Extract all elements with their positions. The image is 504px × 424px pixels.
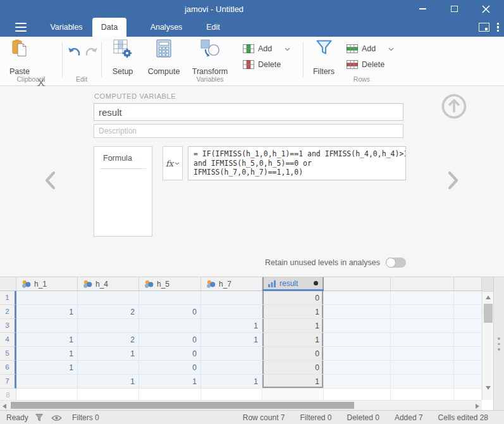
collapse-panel-button[interactable] [440, 92, 468, 120]
cell-empty[interactable] [391, 347, 454, 361]
row-number[interactable]: 2 [0, 305, 16, 319]
cell-h_1-row6[interactable]: 1 [16, 361, 78, 375]
variable-name-input[interactable] [94, 103, 403, 121]
kebab-menu-icon[interactable] [497, 23, 499, 32]
cell-h_1-row8[interactable] [16, 389, 78, 400]
paste-button[interactable]: Paste [5, 39, 34, 76]
status-eye-icon[interactable] [51, 415, 62, 421]
cell-result-row1[interactable]: 0 [262, 291, 324, 305]
cell-empty[interactable] [324, 375, 391, 389]
cell-result-row2[interactable]: 1 [262, 305, 324, 319]
cell-empty[interactable] [454, 347, 482, 361]
cell-empty[interactable] [391, 333, 454, 347]
row-number[interactable]: 6 [0, 361, 16, 375]
add-variable-button[interactable]: Add [243, 42, 290, 56]
column-header-empty[interactable] [391, 277, 454, 291]
column-header-h_7[interactable]: h_7 [201, 277, 262, 291]
row-number-header[interactable] [0, 277, 16, 291]
cell-empty[interactable] [454, 375, 482, 389]
cell-h_5-row2[interactable]: 0 [139, 305, 201, 319]
minimize-button[interactable] [407, 0, 438, 18]
cell-empty[interactable] [454, 389, 482, 400]
next-variable-chevron[interactable] [445, 170, 460, 190]
cell-empty[interactable] [454, 291, 482, 305]
cell-h_1-row5[interactable]: 1 [16, 347, 78, 361]
delete-row-button[interactable]: Delete [347, 58, 384, 72]
cell-h_5-row4[interactable]: 0 [139, 333, 201, 347]
cell-empty[interactable] [454, 333, 482, 347]
delete-variable-button[interactable]: Delete [243, 58, 281, 72]
column-header-result[interactable]: result [262, 277, 324, 291]
cell-result-row6[interactable]: 0 [262, 361, 324, 375]
formula-editor[interactable]: = IF(IFMISS(h_1,0,h_1)==1 and IFMISS(h_4… [188, 146, 406, 180]
cell-result-row5[interactable]: 0 [262, 347, 324, 361]
cell-h_7-row2[interactable] [201, 305, 262, 319]
cell-result-row4[interactable]: 1 [262, 333, 324, 347]
cell-result-row3[interactable]: 1 [262, 319, 324, 333]
row-number[interactable]: 7 [0, 375, 16, 389]
column-header-h_4[interactable]: h_4 [78, 277, 139, 291]
cell-empty[interactable] [391, 305, 454, 319]
cell-empty[interactable] [391, 291, 454, 305]
column-header-empty[interactable] [324, 277, 391, 291]
cell-h_7-row7[interactable]: 1 [201, 375, 262, 389]
results-splitter-handle[interactable] [493, 277, 504, 410]
add-row-button[interactable]: Add [347, 42, 394, 56]
status-filter-icon[interactable] [35, 413, 44, 422]
cell-empty[interactable] [454, 361, 482, 375]
cell-h_4-row8[interactable] [78, 389, 139, 400]
cell-empty[interactable] [391, 361, 454, 375]
cell-h_4-row4[interactable]: 2 [78, 333, 139, 347]
cell-h_1-row3[interactable] [16, 319, 78, 333]
cell-h_4-row2[interactable]: 2 [78, 305, 139, 319]
fx-dropdown-button[interactable]: fx [163, 146, 183, 180]
column-header-h_1[interactable]: h_1 [16, 277, 78, 291]
cell-empty[interactable] [324, 333, 391, 347]
cell-h_4-row6[interactable] [78, 361, 139, 375]
cell-h_4-row3[interactable] [78, 319, 139, 333]
filters-button[interactable]: Filters [309, 39, 339, 76]
cell-h_4-row1[interactable] [78, 291, 139, 305]
row-number[interactable]: 4 [0, 333, 16, 347]
horizontal-scrollbar[interactable] [0, 400, 482, 410]
cell-h_1-row7[interactable] [16, 375, 78, 389]
cell-h_7-row1[interactable] [201, 291, 262, 305]
cell-h_1-row2[interactable]: 1 [16, 305, 78, 319]
cell-empty[interactable] [454, 305, 482, 319]
row-number[interactable]: 3 [0, 319, 16, 333]
cell-empty[interactable] [324, 319, 391, 333]
maximize-button[interactable] [438, 0, 470, 18]
scroll-left-arrow[interactable] [3, 404, 6, 409]
setup-button[interactable]: Setup [105, 39, 140, 76]
horizontal-scroll-thumb[interactable] [11, 402, 354, 409]
redo-icon[interactable] [84, 46, 99, 59]
cell-empty[interactable] [324, 361, 391, 375]
cell-h_5-row5[interactable]: 0 [139, 347, 201, 361]
vertical-scroll-thumb[interactable] [484, 304, 493, 323]
cell-h_5-row6[interactable]: 0 [139, 361, 201, 375]
tab-analyses[interactable]: Analyses [145, 18, 187, 37]
cell-empty[interactable] [454, 319, 482, 333]
retain-levels-toggle[interactable] [386, 258, 406, 268]
scroll-down-arrow[interactable] [486, 386, 491, 390]
cell-empty[interactable] [391, 319, 454, 333]
cell-empty[interactable] [324, 389, 391, 400]
variable-description-input[interactable] [94, 124, 403, 138]
cell-h_5-row8[interactable] [139, 389, 201, 400]
cell-empty[interactable] [391, 389, 454, 400]
cell-result-row7[interactable]: 1 [262, 375, 324, 389]
cell-h_5-row7[interactable]: 1 [139, 375, 201, 389]
cell-h_5-row1[interactable] [139, 291, 201, 305]
formula-tab[interactable]: Formula [94, 146, 152, 237]
cell-h_7-row8[interactable] [201, 389, 262, 400]
previous-variable-chevron[interactable] [43, 170, 58, 190]
tab-variables[interactable]: Variables [46, 18, 87, 37]
column-header-empty[interactable] [454, 277, 482, 291]
results-panel-icon[interactable] [479, 23, 489, 32]
compute-button[interactable]: Compute [144, 39, 183, 76]
cell-empty[interactable] [391, 375, 454, 389]
close-button[interactable] [470, 0, 501, 18]
cell-empty[interactable] [324, 305, 391, 319]
tab-edit[interactable]: Edit [200, 18, 226, 37]
cell-h_5-row3[interactable] [139, 319, 201, 333]
